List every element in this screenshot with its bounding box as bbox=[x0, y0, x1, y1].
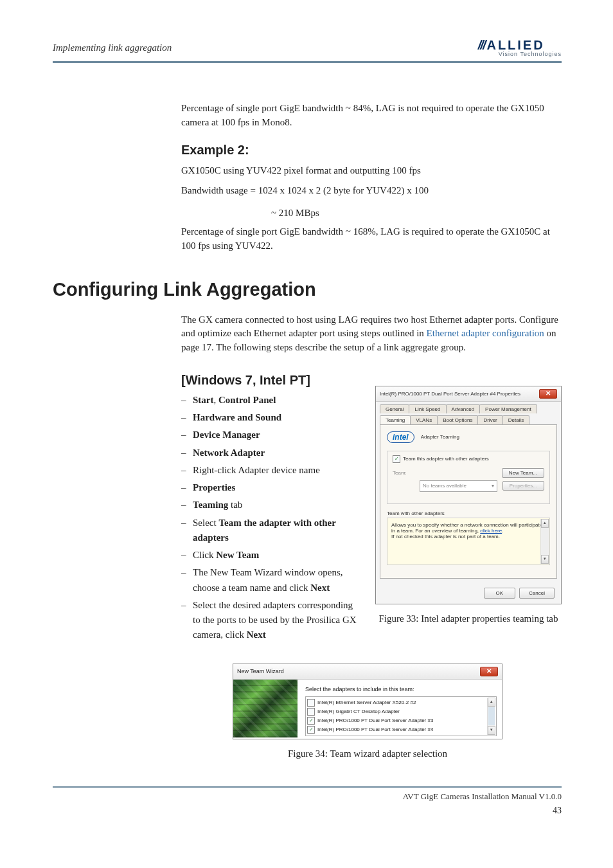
manual-title: AVT GigE Cameras Installation Manual V1.… bbox=[403, 791, 562, 802]
adapter-name: Intel(R) PRO/1000 PT Dual Port Server Ad… bbox=[317, 727, 433, 732]
tab-link-speed[interactable]: Link Speed bbox=[409, 404, 446, 413]
properties-dialog: Intel(R) PRO/1000 PT Dual Port Server Ad… bbox=[375, 386, 562, 604]
adapter-checkbox[interactable] bbox=[307, 699, 315, 707]
tab-boot-options[interactable]: Boot Options bbox=[437, 415, 478, 424]
scroll-up-icon[interactable]: ▴ bbox=[541, 519, 549, 528]
wizard-dialog: New Team Wizard ✕ Select the adapters to… bbox=[233, 664, 502, 739]
tab-driver[interactable]: Driver bbox=[477, 415, 502, 424]
chevron-down-icon: ▾ bbox=[492, 483, 494, 489]
wizard-title: New Team Wizard bbox=[237, 668, 284, 674]
step-item: Select Team the adapter with other adapt… bbox=[181, 516, 362, 546]
example2-conclusion: Percentage of single port GigE bandwidth… bbox=[181, 225, 562, 253]
brand-logo: ///ALLIED Vision Technologies bbox=[478, 39, 562, 57]
tab-vlans[interactable]: VLANs bbox=[410, 415, 438, 424]
adapter-item[interactable]: ✓Intel(R) PRO/1000 PT Dual Port Server A… bbox=[307, 725, 486, 734]
description-box: Allows you to specify whether a network … bbox=[387, 518, 550, 565]
adapter-checkbox[interactable]: ✓ bbox=[307, 717, 315, 725]
example2-line1: GX1050C using YUV422 pixel format and ou… bbox=[181, 164, 562, 178]
tab-teaming[interactable]: Teaming bbox=[380, 415, 411, 424]
team-checkbox-label: Team this adapter with other adapters bbox=[403, 456, 489, 462]
footer-divider bbox=[53, 786, 562, 788]
example2-heading: Example 2: bbox=[181, 143, 562, 158]
scroll-up-icon[interactable]: ▴ bbox=[488, 698, 495, 707]
scrollbar[interactable]: ▴ ▾ bbox=[540, 519, 549, 564]
step-item: Select the desired adapters correspondin… bbox=[181, 598, 362, 643]
dialog-title: Intel(R) PRO/1000 PT Dual Port Server Ad… bbox=[380, 391, 520, 397]
scroll-down-icon[interactable]: ▾ bbox=[488, 726, 495, 735]
scroll-down-icon[interactable]: ▾ bbox=[541, 555, 549, 564]
step-item: Network Adapter bbox=[181, 446, 362, 460]
adapter-item[interactable]: ✓Intel(R) PRO/1000 PT Dual Port Server A… bbox=[307, 716, 486, 725]
example2-result: ~ 210 MBps bbox=[271, 208, 562, 219]
step-item: Device Manager bbox=[181, 428, 362, 442]
adapter-item[interactable]: Intel(R) Gigabit CT Desktop Adapter bbox=[307, 707, 486, 716]
ok-button[interactable]: OK bbox=[484, 588, 516, 599]
step-item: Properties bbox=[181, 480, 362, 495]
main-heading: Configuring Link Aggregation bbox=[53, 279, 562, 300]
group-label: Team with other adapters bbox=[387, 511, 550, 516]
team-label: Team: bbox=[393, 470, 414, 476]
close-icon[interactable]: ✕ bbox=[539, 389, 557, 399]
step-item: The New Team Wizard window opens, choose… bbox=[181, 565, 362, 595]
ethernet-config-link[interactable]: Ethernet adapter configuration bbox=[427, 328, 544, 338]
step-item: Start, Control Panel bbox=[181, 393, 362, 408]
adapter-checkbox[interactable] bbox=[307, 708, 315, 716]
team-checkbox[interactable]: ✓ bbox=[393, 455, 400, 463]
adapter-list[interactable]: Intel(R) Ethernet Server Adapter X520-2 … bbox=[305, 696, 497, 736]
team-dropdown[interactable]: No teams available ▾ bbox=[420, 480, 497, 492]
tab-advanced[interactable]: Advanced bbox=[446, 404, 481, 413]
adapter-teaming-label: Adapter Teaming bbox=[421, 434, 459, 440]
figure-33-caption: Figure 33: Intel adapter properties team… bbox=[375, 612, 562, 626]
section-header: Implementing link aggregation bbox=[53, 42, 172, 53]
example2-line2: Bandwidth usage = 1024 x 1024 x 2 (2 byt… bbox=[181, 184, 562, 198]
click-here-link[interactable]: click here bbox=[480, 528, 502, 534]
adapter-checkbox[interactable]: ✓ bbox=[307, 726, 315, 734]
step-item: Right-click Adapter device name bbox=[181, 463, 362, 478]
header-divider bbox=[53, 61, 562, 63]
new-team-button[interactable]: New Team... bbox=[502, 468, 544, 478]
close-icon[interactable]: ✕ bbox=[480, 667, 498, 676]
tab-details[interactable]: Details bbox=[502, 415, 529, 424]
cancel-button[interactable]: Cancel bbox=[519, 588, 555, 599]
step-item: Teaming tab bbox=[181, 498, 362, 512]
steps-list: Start, Control PanelHardware and SoundDe… bbox=[181, 393, 362, 643]
step-item: Hardware and Sound bbox=[181, 410, 362, 425]
figure-34-caption: Figure 34: Team wizard adapter selection bbox=[233, 747, 502, 761]
scrollbar[interactable]: ▴ ▾ bbox=[487, 698, 495, 735]
page-number: 43 bbox=[53, 806, 562, 816]
wizard-instruction: Select the adapters to include in this t… bbox=[305, 686, 497, 692]
intel-logo: intel bbox=[387, 431, 414, 443]
windows-heading: [Windows 7, Intel PT] bbox=[181, 373, 362, 388]
intro-paragraph: Percentage of single port GigE bandwidth… bbox=[181, 102, 562, 130]
adapter-name: Intel(R) Gigabit CT Desktop Adapter bbox=[317, 709, 400, 714]
step-item: Click New Team bbox=[181, 548, 362, 563]
tab-power-management[interactable]: Power Management bbox=[479, 404, 537, 413]
tab-general[interactable]: General bbox=[380, 404, 409, 413]
adapter-name: Intel(R) PRO/1000 PT Dual Port Server Ad… bbox=[317, 718, 433, 723]
adapter-name: Intel(R) Ethernet Server Adapter X520-2 … bbox=[317, 700, 416, 705]
adapter-item[interactable]: Intel(R) Ethernet Server Adapter X520-2 … bbox=[307, 698, 486, 707]
config-intro: The GX camera connected to host using LA… bbox=[181, 313, 562, 355]
properties-button[interactable]: Properties... bbox=[502, 481, 544, 491]
wizard-image bbox=[233, 680, 298, 737]
